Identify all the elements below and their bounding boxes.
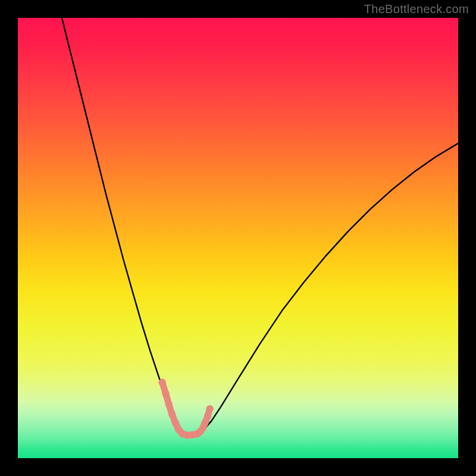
bottleneck-marker-dot xyxy=(172,419,179,427)
bottleneck-marker-dot xyxy=(162,390,169,397)
bottleneck-marker-dot xyxy=(201,419,208,427)
bottleneck-marker-dot xyxy=(159,379,166,386)
watermark-text: TheBottleneck.com xyxy=(364,2,469,16)
bottleneck-marker-band xyxy=(159,379,214,439)
plot-area xyxy=(18,18,458,458)
chart-frame: TheBottleneck.com xyxy=(0,0,476,476)
bottleneck-marker-dot xyxy=(168,411,176,418)
bottleneck-marker-dot xyxy=(204,413,211,420)
chart-svg xyxy=(18,18,458,458)
bottleneck-marker-dot xyxy=(165,401,173,408)
bottleneck-curve xyxy=(62,18,458,434)
bottleneck-marker-dot xyxy=(206,405,213,412)
bottleneck-curve-path xyxy=(62,18,458,434)
